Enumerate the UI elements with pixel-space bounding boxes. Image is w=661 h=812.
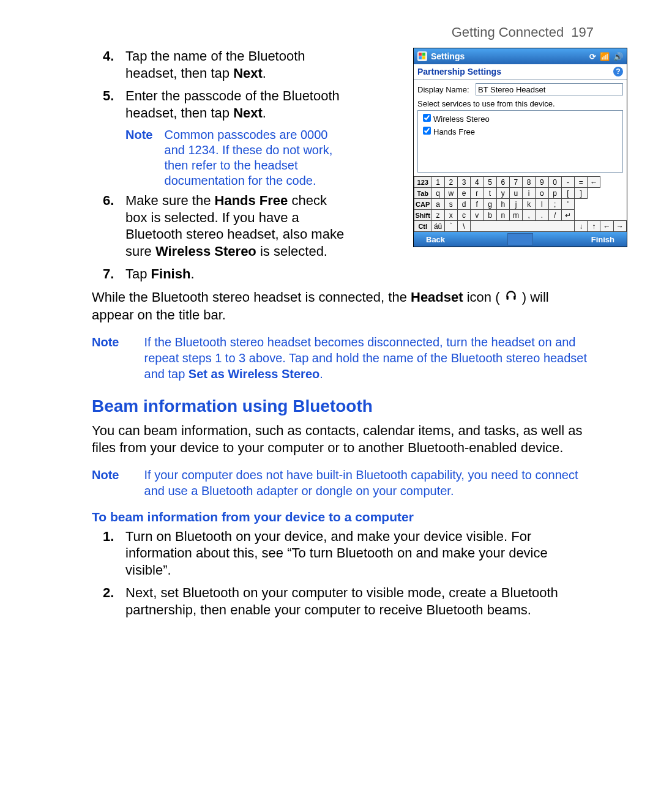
key-][interactable]: ] (575, 188, 588, 199)
key-1[interactable]: 1 (431, 177, 444, 188)
key-[[interactable]: [ (561, 188, 574, 199)
step-4: 4.Tap the name of the Bluetooth headset,… (92, 48, 352, 81)
key-a[interactable]: a (431, 199, 444, 210)
kb-row-3: CAPasdfghjkl;' (414, 199, 627, 210)
key-f[interactable]: f (471, 199, 484, 210)
key-←[interactable]: ← (588, 177, 600, 188)
key-y[interactable]: y (496, 188, 509, 199)
key-d[interactable]: d (457, 199, 470, 210)
key-i[interactable]: i (523, 188, 536, 199)
subsection-beam-to-computer: To beam information from your device to … (92, 510, 594, 524)
key-.[interactable]: . (536, 210, 548, 221)
select-services-text: Select services to use from this device. (417, 99, 623, 108)
page-header: Getting Connected 197 (92, 24, 594, 40)
key-v[interactable]: v (471, 210, 484, 221)
beam-intro-paragraph: You can beam information, such as contac… (92, 422, 594, 457)
key-Ctl[interactable]: Ctl (414, 221, 431, 232)
device-subheader: Partnership Settings ? (414, 64, 627, 80)
key-áü[interactable]: áü (431, 221, 444, 232)
key-→[interactable]: → (613, 221, 626, 232)
key-2[interactable]: 2 (444, 177, 457, 188)
key-x[interactable]: x (444, 210, 457, 221)
note-disconnected: Note If the Bluetooth stereo headset bec… (92, 334, 594, 382)
key-123[interactable]: 123 (414, 177, 431, 188)
key-'[interactable]: ' (561, 199, 574, 210)
step-7: 7.Tap Finish. (92, 266, 352, 283)
steps-part-b: 6.Make sure the Hands Free check box is … (92, 192, 352, 283)
beam-step-1: 1.Turn on Bluetooth on your device, and … (92, 528, 594, 579)
key-t[interactable]: t (484, 188, 496, 199)
key-o[interactable]: o (536, 188, 548, 199)
key-space[interactable] (471, 221, 575, 232)
key-p[interactable]: p (548, 188, 561, 199)
key-b[interactable]: b (484, 210, 496, 221)
device-bottombar: Back Finish (414, 232, 627, 247)
key-r[interactable]: r (471, 188, 484, 199)
speaker-icon: 🔊 (613, 52, 623, 61)
svg-rect-4 (506, 296, 508, 300)
key-5[interactable]: 5 (484, 177, 496, 188)
key-9[interactable]: 9 (536, 177, 548, 188)
device-title-text: Settings (431, 51, 465, 61)
key-e[interactable]: e (457, 188, 470, 199)
key-↵[interactable]: ↵ (561, 210, 574, 221)
key-w[interactable]: w (444, 188, 457, 199)
service-hands-free[interactable]: Hands Free (420, 125, 620, 138)
display-name-row: Display Name: (417, 83, 623, 95)
start-icon (417, 51, 427, 61)
on-screen-keyboard[interactable]: 1231234567890-=← Tabqwertyuiop[] CAPasdf… (414, 176, 627, 232)
key-n[interactable]: n (496, 210, 509, 221)
help-icon[interactable]: ? (613, 67, 623, 76)
key-=[interactable]: = (575, 177, 588, 188)
key-q[interactable]: q (431, 188, 444, 199)
kb-row-1: 1231234567890-=← (414, 177, 627, 188)
key-`[interactable]: ` (444, 221, 457, 232)
key-3[interactable]: 3 (457, 177, 470, 188)
key-↓[interactable]: ↓ (575, 221, 588, 232)
svg-rect-3 (422, 56, 425, 59)
step-6: 6.Make sure the Hands Free check box is … (92, 192, 352, 259)
key-7[interactable]: 7 (509, 177, 522, 188)
keyboard-toggle-icon[interactable] (507, 233, 533, 245)
key-←[interactable]: ← (600, 221, 613, 232)
key-u[interactable]: u (509, 188, 522, 199)
key-m[interactable]: m (509, 210, 522, 221)
page-number: 197 (571, 24, 594, 40)
key-Shift[interactable]: Shift (414, 210, 431, 221)
service-wireless-stereo[interactable]: Wireless Stereo (420, 112, 620, 125)
kb-row-2: Tabqwertyuiop[] (414, 188, 627, 199)
key-\[interactable]: \ (457, 221, 470, 232)
key-z[interactable]: z (431, 210, 444, 221)
display-name-label: Display Name: (417, 85, 476, 94)
svg-rect-0 (419, 53, 422, 56)
key-CAP[interactable]: CAP (414, 199, 431, 210)
key-4[interactable]: 4 (471, 177, 484, 188)
finish-softkey[interactable]: Finish (533, 235, 627, 244)
display-name-field[interactable] (476, 83, 623, 95)
key-l[interactable]: l (536, 199, 548, 210)
signal-icon: 📶 (600, 52, 610, 61)
key--[interactable]: - (561, 177, 574, 188)
key-↑[interactable]: ↑ (588, 221, 600, 232)
key-k[interactable]: k (523, 199, 536, 210)
key-,[interactable]: , (523, 210, 536, 221)
steps-beam: 1.Turn on Bluetooth on your device, and … (92, 528, 594, 619)
key-g[interactable]: g (484, 199, 496, 210)
key-Tab[interactable]: Tab (414, 188, 431, 199)
key-c[interactable]: c (457, 210, 470, 221)
key-0[interactable]: 0 (548, 177, 561, 188)
key-;[interactable]: ; (548, 199, 561, 210)
back-softkey[interactable]: Back (414, 235, 507, 244)
svg-rect-1 (422, 53, 425, 56)
key-/[interactable]: / (548, 210, 561, 221)
key-h[interactable]: h (496, 199, 509, 210)
chapter-title: Getting Connected (452, 24, 564, 40)
key-s[interactable]: s (444, 199, 457, 210)
note-passcodes: Note Common passcodes are 0000 and 1234.… (125, 127, 352, 188)
key-6[interactable]: 6 (496, 177, 509, 188)
key-j[interactable]: j (509, 199, 522, 210)
section-beam-info: Beam information using Bluetooth (92, 397, 594, 416)
key-8[interactable]: 8 (523, 177, 536, 188)
services-listbox[interactable]: Wireless Stereo Hands Free (417, 110, 623, 173)
steps-part-a: 4.Tap the name of the Bluetooth headset,… (92, 48, 352, 121)
